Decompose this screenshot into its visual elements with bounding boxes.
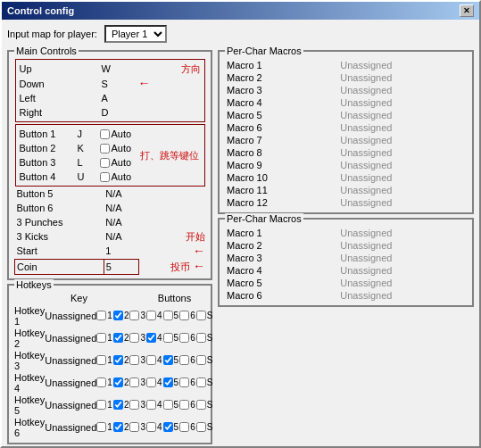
macro-row: Macro 3 Unassigned — [225, 252, 467, 264]
hk3-cb4[interactable] — [146, 355, 156, 365]
hk3-cb2[interactable] — [113, 355, 123, 365]
hotkeys-label: Hotkeys — [14, 279, 54, 290]
close-button[interactable]: ✕ — [460, 4, 474, 17]
macro-row: Macro 2 Unassigned — [225, 239, 467, 252]
hk6-cb2[interactable] — [113, 422, 123, 432]
macro-name: Macro 6 — [225, 121, 338, 134]
hk1-cbs[interactable] — [196, 311, 206, 320]
hk2-cb3[interactable] — [129, 333, 139, 343]
hk3-cb6[interactable] — [179, 355, 189, 365]
arrow-right: ← — [137, 76, 203, 91]
table-row: Button 1 J Auto — [15, 122, 206, 187]
hk4-cb2[interactable] — [113, 377, 123, 387]
button1-auto-check[interactable] — [100, 129, 110, 139]
macro-value: Unassigned — [338, 184, 467, 196]
hotkey-row-2: Hotkey 2 Unassigned 1 2 3 4 5 6 S — [14, 328, 205, 349]
hk2-cbs[interactable] — [196, 333, 206, 343]
hk2-cb6[interactable] — [179, 333, 189, 343]
macro-name: Macro 1 — [225, 227, 338, 239]
start-arrow: ← — [139, 244, 205, 259]
macro-value: Unassigned — [338, 59, 467, 71]
hk5-cb4[interactable] — [146, 400, 156, 410]
table-row: Up W 方向 Down S — [15, 59, 206, 122]
hk3-cb1[interactable] — [96, 355, 106, 365]
hk6-cb5[interactable] — [163, 422, 173, 432]
macro-value: Unassigned — [338, 171, 467, 184]
auto-label: Auto — [112, 156, 132, 169]
hk5-cb5[interactable] — [163, 400, 173, 410]
hk1-cb3[interactable] — [129, 311, 139, 320]
hk1-cb2[interactable] — [113, 311, 123, 320]
hk5-cbs[interactable] — [196, 400, 206, 410]
button3-auto-check[interactable] — [100, 158, 110, 168]
hk2-cb5[interactable] — [163, 333, 173, 343]
table-row: 3 Punches N/A — [15, 215, 206, 229]
hk4-cb4[interactable] — [146, 377, 156, 387]
hk4-cb6[interactable] — [179, 377, 189, 387]
hk5-cb6[interactable] — [179, 400, 189, 410]
hk2-cb4[interactable] — [146, 333, 156, 343]
macro-name: Macro 4 — [225, 96, 338, 109]
hk6-cb4[interactable] — [146, 422, 156, 432]
hk3-cb3[interactable] — [129, 355, 139, 365]
hk2-cb2[interactable] — [113, 333, 123, 343]
hk4-cbs[interactable] — [196, 377, 206, 387]
hotkey5-checks: 1 2 3 4 5 6 S — [96, 400, 212, 410]
hotkey6-checks: 1 2 3 4 5 6 S — [96, 422, 212, 432]
main-controls-group: Main Controls Up W — [7, 50, 212, 280]
button4-auto-check[interactable] — [100, 172, 110, 182]
hotkey2-key: Unassigned — [45, 333, 96, 344]
hk6-cb3[interactable] — [129, 422, 139, 432]
3punches-key: N/A — [104, 215, 139, 229]
buttons-header: Buttons — [144, 293, 205, 303]
button2-auto: Auto — [98, 141, 136, 155]
main-area: Main Controls Up W — [7, 50, 474, 444]
hk3-cb5[interactable] — [163, 355, 173, 365]
macro-name: Macro 3 — [225, 252, 338, 264]
per-char-macros-top-group: Per-Char Macros Macro 1 Unassigned Macro… — [218, 50, 474, 214]
per-char-macros-top-label: Per-Char Macros — [225, 46, 303, 56]
empty-cell — [139, 187, 205, 201]
player-select-dropdown[interactable]: Player 1 Player 2 Player 3 Player 4 — [104, 25, 167, 43]
hk2-cb1[interactable] — [96, 333, 106, 343]
hk5-cb2[interactable] — [113, 400, 123, 410]
key-header: Key — [14, 293, 144, 303]
macro-value: Unassigned — [338, 109, 467, 121]
button3-key: L — [76, 155, 98, 170]
macro-value: Unassigned — [338, 121, 467, 134]
hk1-cb4[interactable] — [146, 311, 156, 320]
macro-value: Unassigned — [338, 96, 467, 109]
hk4-cb3[interactable] — [129, 377, 139, 387]
hk5-cb1[interactable] — [96, 400, 106, 410]
hk4-cb1[interactable] — [96, 377, 106, 387]
hk1-cb6[interactable] — [179, 311, 189, 320]
player-select-label: Input map for player: — [7, 29, 97, 39]
hk6-cbs[interactable] — [196, 422, 206, 432]
button4-label: Button 4 — [18, 170, 76, 184]
coin-label: Coin — [15, 259, 104, 274]
hotkey1-checks: 1 2 3 4 5 6 S — [96, 311, 212, 320]
start-annotation: 开始 — [139, 229, 205, 244]
hk5-cb3[interactable] — [129, 400, 139, 410]
button2-auto-check[interactable] — [100, 144, 110, 153]
hotkey-row-3: Hotkey 3 Unassigned 1 2 3 4 5 6 S — [14, 350, 205, 371]
macro-row: Macro 9 Unassigned — [225, 159, 467, 171]
main-window: Control config ✕ Input map for player: P… — [0, 0, 481, 448]
per-char-macros-bottom-table: Macro 1 Unassigned Macro 2 Unassigned Ma… — [225, 227, 467, 302]
main-controls-label: Main Controls — [14, 46, 79, 56]
button6-key: N/A — [104, 201, 139, 215]
right-label: Right — [18, 105, 100, 120]
hk1-cb1[interactable] — [96, 311, 106, 320]
hk6-cb6[interactable] — [179, 422, 189, 432]
auto-label: Auto — [112, 170, 132, 183]
hk6-cb1[interactable] — [96, 422, 106, 432]
macro-row: Macro 11 Unassigned — [225, 184, 467, 196]
per-char-macros-bottom-group: Per-Char Macros Macro 1 Unassigned Macro… — [218, 218, 474, 307]
hk1-cb5[interactable] — [163, 311, 173, 320]
macro-row: Macro 6 Unassigned — [225, 289, 467, 302]
button6-label: Button 6 — [15, 201, 104, 215]
hk3-cbs[interactable] — [196, 355, 206, 365]
hotkey3-name: Hotkey 3 — [14, 350, 45, 371]
hk4-cb5[interactable] — [163, 377, 173, 387]
hotkey-row-4: Hotkey 4 Unassigned 1 2 3 4 5 6 S — [14, 372, 205, 394]
